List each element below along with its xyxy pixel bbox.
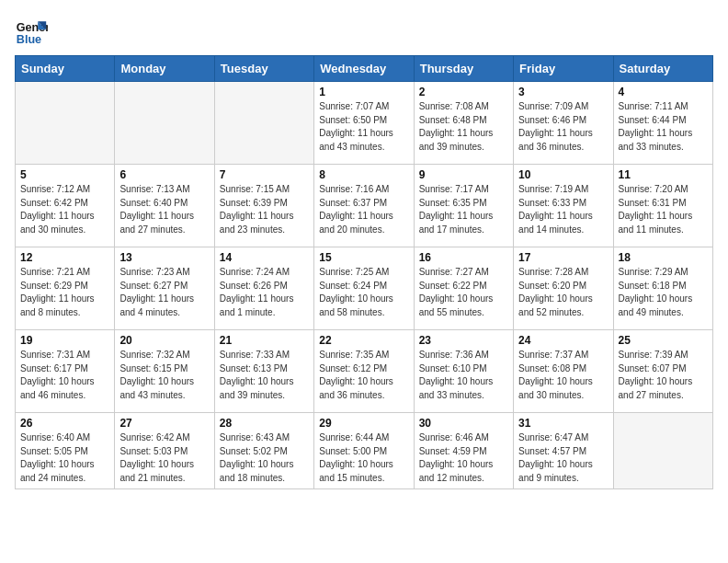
day-info: Sunrise: 7:15 AM Sunset: 6:39 PM Dayligh… xyxy=(220,183,309,236)
day-number: 7 xyxy=(220,168,309,181)
calendar-cell: 18Sunrise: 7:29 AM Sunset: 6:18 PM Dayli… xyxy=(613,247,712,330)
day-number: 25 xyxy=(619,334,708,347)
day-number: 13 xyxy=(119,251,209,264)
calendar-cell: 1Sunrise: 7:07 AM Sunset: 6:50 PM Daylig… xyxy=(314,82,414,165)
day-number: 27 xyxy=(119,417,209,430)
day-number: 5 xyxy=(20,168,109,181)
weekday-header-friday: Friday xyxy=(514,56,613,82)
day-info: Sunrise: 7:29 AM Sunset: 6:18 PM Dayligh… xyxy=(619,266,708,319)
calendar-cell: 30Sunrise: 6:46 AM Sunset: 4:59 PM Dayli… xyxy=(414,413,513,489)
day-info: Sunrise: 7:16 AM Sunset: 6:37 PM Dayligh… xyxy=(319,183,408,236)
day-number: 3 xyxy=(518,86,608,98)
calendar-cell: 21Sunrise: 7:33 AM Sunset: 6:13 PM Dayli… xyxy=(214,330,313,413)
day-number: 4 xyxy=(619,86,708,98)
calendar-cell xyxy=(613,413,712,489)
calendar-cell: 16Sunrise: 7:27 AM Sunset: 6:22 PM Dayli… xyxy=(414,247,513,330)
calendar-cell: 25Sunrise: 7:39 AM Sunset: 6:07 PM Dayli… xyxy=(613,330,712,413)
calendar-cell: 22Sunrise: 7:35 AM Sunset: 6:12 PM Dayli… xyxy=(314,330,414,413)
calendar-cell: 17Sunrise: 7:28 AM Sunset: 6:20 PM Dayli… xyxy=(514,247,613,330)
day-info: Sunrise: 7:37 AM Sunset: 6:08 PM Dayligh… xyxy=(518,349,608,402)
week-row-3: 12Sunrise: 7:21 AM Sunset: 6:29 PM Dayli… xyxy=(16,247,713,330)
day-number: 19 xyxy=(20,334,109,347)
day-info: Sunrise: 7:28 AM Sunset: 6:20 PM Dayligh… xyxy=(518,266,608,319)
calendar-cell: 19Sunrise: 7:31 AM Sunset: 6:17 PM Dayli… xyxy=(16,330,115,413)
day-number: 6 xyxy=(119,168,209,181)
calendar-cell: 4Sunrise: 7:11 AM Sunset: 6:44 PM Daylig… xyxy=(613,82,712,165)
day-number: 14 xyxy=(220,251,309,264)
calendar-cell: 31Sunrise: 6:47 AM Sunset: 4:57 PM Dayli… xyxy=(514,413,613,489)
day-info: Sunrise: 6:43 AM Sunset: 5:02 PM Dayligh… xyxy=(220,431,309,485)
day-info: Sunrise: 7:24 AM Sunset: 6:26 PM Dayligh… xyxy=(220,266,309,319)
day-number: 17 xyxy=(518,251,608,264)
weekday-header-row: SundayMondayTuesdayWednesdayThursdayFrid… xyxy=(16,56,713,82)
day-info: Sunrise: 7:19 AM Sunset: 6:33 PM Dayligh… xyxy=(518,183,608,236)
day-number: 23 xyxy=(419,334,508,347)
weekday-header-monday: Monday xyxy=(115,56,214,82)
calendar-cell: 13Sunrise: 7:23 AM Sunset: 6:27 PM Dayli… xyxy=(115,247,214,330)
calendar-cell: 5Sunrise: 7:12 AM Sunset: 6:42 PM Daylig… xyxy=(16,165,115,247)
day-info: Sunrise: 6:40 AM Sunset: 5:05 PM Dayligh… xyxy=(20,431,109,485)
day-info: Sunrise: 7:17 AM Sunset: 6:35 PM Dayligh… xyxy=(419,183,508,236)
week-row-2: 5Sunrise: 7:12 AM Sunset: 6:42 PM Daylig… xyxy=(16,165,713,247)
day-number: 28 xyxy=(220,417,309,430)
day-number: 20 xyxy=(119,334,209,347)
day-number: 10 xyxy=(518,168,608,181)
day-info: Sunrise: 7:36 AM Sunset: 6:10 PM Dayligh… xyxy=(419,349,508,402)
calendar-cell: 14Sunrise: 7:24 AM Sunset: 6:26 PM Dayli… xyxy=(214,247,313,330)
day-info: Sunrise: 7:13 AM Sunset: 6:40 PM Dayligh… xyxy=(119,183,209,236)
calendar-cell: 26Sunrise: 6:40 AM Sunset: 5:05 PM Dayli… xyxy=(16,413,115,489)
week-row-1: 1Sunrise: 7:07 AM Sunset: 6:50 PM Daylig… xyxy=(16,82,713,165)
day-number: 8 xyxy=(319,168,408,181)
page-header: General Blue xyxy=(15,15,713,48)
day-info: Sunrise: 7:31 AM Sunset: 6:17 PM Dayligh… xyxy=(20,349,109,402)
calendar-cell xyxy=(115,82,214,165)
day-number: 12 xyxy=(20,251,109,264)
day-info: Sunrise: 7:32 AM Sunset: 6:15 PM Dayligh… xyxy=(119,349,209,402)
day-number: 18 xyxy=(619,251,708,264)
calendar-cell xyxy=(214,82,313,165)
day-info: Sunrise: 7:25 AM Sunset: 6:24 PM Dayligh… xyxy=(319,266,408,319)
calendar-cell: 2Sunrise: 7:08 AM Sunset: 6:48 PM Daylig… xyxy=(414,82,513,165)
day-info: Sunrise: 7:33 AM Sunset: 6:13 PM Dayligh… xyxy=(220,349,309,402)
weekday-header-sunday: Sunday xyxy=(16,56,115,82)
day-number: 16 xyxy=(419,251,508,264)
weekday-header-saturday: Saturday xyxy=(613,56,712,82)
calendar-cell: 3Sunrise: 7:09 AM Sunset: 6:46 PM Daylig… xyxy=(514,82,613,165)
calendar-cell: 7Sunrise: 7:15 AM Sunset: 6:39 PM Daylig… xyxy=(214,165,313,247)
day-number: 11 xyxy=(619,168,708,181)
calendar-cell: 24Sunrise: 7:37 AM Sunset: 6:08 PM Dayli… xyxy=(514,330,613,413)
weekday-header-thursday: Thursday xyxy=(414,56,513,82)
day-info: Sunrise: 7:27 AM Sunset: 6:22 PM Dayligh… xyxy=(419,266,508,319)
day-info: Sunrise: 7:39 AM Sunset: 6:07 PM Dayligh… xyxy=(619,349,708,402)
calendar-cell: 20Sunrise: 7:32 AM Sunset: 6:15 PM Dayli… xyxy=(115,330,214,413)
logo-icon: General Blue xyxy=(15,15,48,48)
day-number: 31 xyxy=(518,417,608,430)
day-number: 29 xyxy=(319,417,408,430)
calendar-cell: 27Sunrise: 6:42 AM Sunset: 5:03 PM Dayli… xyxy=(115,413,214,489)
day-number: 30 xyxy=(419,417,508,430)
day-info: Sunrise: 7:20 AM Sunset: 6:31 PM Dayligh… xyxy=(619,183,708,236)
calendar-cell xyxy=(16,82,115,165)
calendar-cell: 8Sunrise: 7:16 AM Sunset: 6:37 PM Daylig… xyxy=(314,165,414,247)
svg-text:Blue: Blue xyxy=(17,33,41,46)
day-info: Sunrise: 7:11 AM Sunset: 6:44 PM Dayligh… xyxy=(619,100,708,154)
logo: General Blue xyxy=(15,15,51,48)
day-info: Sunrise: 7:23 AM Sunset: 6:27 PM Dayligh… xyxy=(119,266,209,319)
calendar-cell: 6Sunrise: 7:13 AM Sunset: 6:40 PM Daylig… xyxy=(115,165,214,247)
day-info: Sunrise: 7:12 AM Sunset: 6:42 PM Dayligh… xyxy=(20,183,109,236)
day-info: Sunrise: 7:08 AM Sunset: 6:48 PM Dayligh… xyxy=(419,100,508,154)
day-info: Sunrise: 6:42 AM Sunset: 5:03 PM Dayligh… xyxy=(119,431,209,485)
day-number: 24 xyxy=(518,334,608,347)
calendar-cell: 10Sunrise: 7:19 AM Sunset: 6:33 PM Dayli… xyxy=(514,165,613,247)
calendar-cell: 29Sunrise: 6:44 AM Sunset: 5:00 PM Dayli… xyxy=(314,413,414,489)
day-number: 9 xyxy=(419,168,508,181)
calendar-cell: 11Sunrise: 7:20 AM Sunset: 6:31 PM Dayli… xyxy=(613,165,712,247)
day-info: Sunrise: 6:44 AM Sunset: 5:00 PM Dayligh… xyxy=(319,431,408,485)
day-number: 21 xyxy=(220,334,309,347)
calendar-cell: 15Sunrise: 7:25 AM Sunset: 6:24 PM Dayli… xyxy=(314,247,414,330)
calendar-cell: 28Sunrise: 6:43 AM Sunset: 5:02 PM Dayli… xyxy=(214,413,313,489)
day-number: 22 xyxy=(319,334,408,347)
day-number: 26 xyxy=(20,417,109,430)
week-row-4: 19Sunrise: 7:31 AM Sunset: 6:17 PM Dayli… xyxy=(16,330,713,413)
calendar-cell: 23Sunrise: 7:36 AM Sunset: 6:10 PM Dayli… xyxy=(414,330,513,413)
